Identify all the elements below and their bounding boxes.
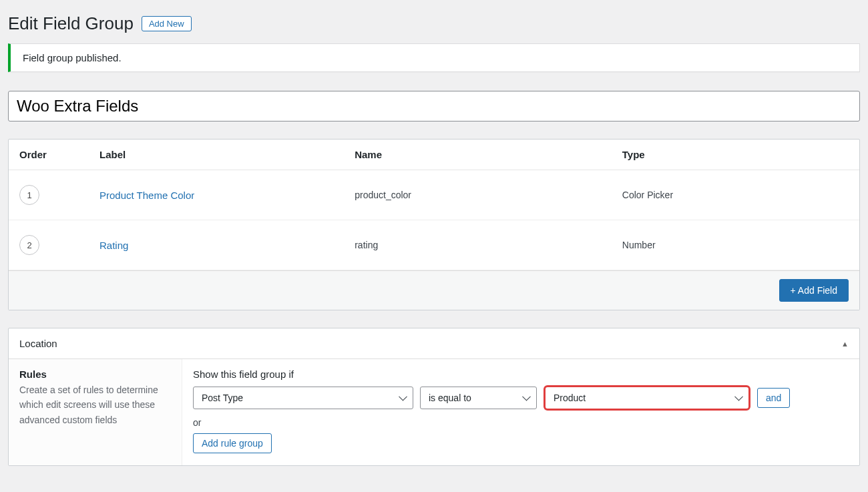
notice-text: Field group published. — [23, 52, 122, 63]
col-label: Label — [89, 140, 344, 170]
add-new-button[interactable]: Add New — [142, 16, 192, 31]
field-type: Number — [622, 240, 656, 250]
location-title: Location — [19, 338, 57, 349]
location-panel: Location ▲ Rules Create a set of rules t… — [8, 328, 860, 466]
page-header: Edit Field Group Add New — [8, 8, 860, 43]
location-sidebar: Rules Create a set of rules to determine… — [9, 359, 182, 465]
rules-title: Rules — [19, 368, 171, 380]
location-body: Rules Create a set of rules to determine… — [9, 359, 859, 465]
add-field-button[interactable]: + Add Field — [779, 279, 849, 302]
rule-param-select[interactable]: Post Type — [193, 387, 413, 409]
rules-desc: Create a set of rules to determine which… — [19, 383, 171, 427]
location-rules: Show this field group if Post Type is eq… — [182, 359, 859, 465]
field-name: product_color — [355, 190, 411, 200]
rule-or-text: or — [193, 417, 849, 428]
order-badge[interactable]: 1 — [19, 185, 39, 205]
rules-caption: Show this field group if — [193, 368, 849, 380]
fields-panel: Order Label Name Type 1 Product Theme Co… — [8, 139, 860, 310]
rule-value-select[interactable]: Product — [544, 385, 750, 411]
table-row[interactable]: 1 Product Theme Color product_color Colo… — [9, 170, 859, 220]
table-row[interactable]: 2 Rating rating Number — [9, 220, 859, 270]
notice-published: Field group published. — [8, 43, 860, 72]
group-title-input[interactable] — [8, 91, 860, 121]
field-label-link[interactable]: Rating — [99, 240, 128, 251]
page-title: Edit Field Group — [8, 13, 134, 34]
panel-toggle-icon[interactable]: ▲ — [841, 340, 849, 348]
order-badge[interactable]: 2 — [19, 235, 39, 255]
rule-operator-select[interactable]: is equal to — [420, 387, 537, 409]
fields-table: Order Label Name Type 1 Product Theme Co… — [9, 140, 859, 270]
rule-row: Post Type is equal to Product and — [193, 385, 849, 411]
col-type: Type — [612, 140, 859, 170]
field-type: Color Picker — [622, 190, 673, 200]
col-name: Name — [344, 140, 612, 170]
add-rule-group-button[interactable]: Add rule group — [193, 433, 272, 453]
field-name: rating — [355, 240, 378, 250]
location-header: Location ▲ — [9, 328, 859, 359]
rule-and-button[interactable]: and — [757, 388, 790, 408]
col-order: Order — [9, 140, 89, 170]
fields-footer: + Add Field — [9, 270, 859, 310]
field-label-link[interactable]: Product Theme Color — [99, 190, 194, 201]
